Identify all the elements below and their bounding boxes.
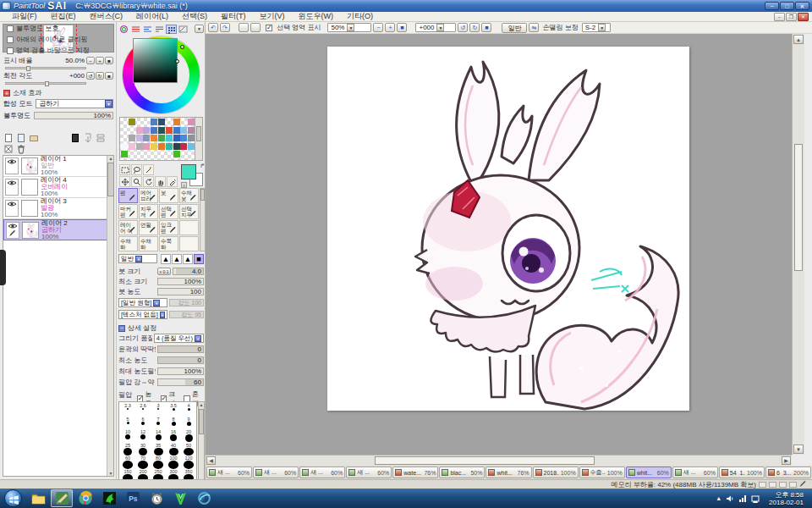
close-button[interactable]: ✕ <box>795 2 809 10</box>
brush-texture-select[interactable]: [텍스처 없음]▼ <box>118 310 167 319</box>
size-preset[interactable]: 120 <box>181 456 196 469</box>
hand-tool[interactable] <box>155 176 166 187</box>
opacity-slider[interactable]: 100% <box>34 112 113 119</box>
stabilizer-select[interactable]: S-2▼ <box>582 23 611 32</box>
menu-item[interactable]: 필터(T) <box>214 11 253 22</box>
new-vector-layer-button[interactable] <box>16 133 27 143</box>
menu-item[interactable]: 기타(O) <box>340 11 380 22</box>
swatch[interactable] <box>180 143 187 150</box>
layer-list-scrollbar[interactable]: ▲▼ <box>107 156 113 476</box>
move-tool[interactable] <box>119 176 130 187</box>
brush-grid-scrollbar[interactable] <box>200 188 206 251</box>
document-tab[interactable]: wate... 76% <box>392 467 438 478</box>
swatch[interactable] <box>180 135 187 141</box>
start-button[interactable] <box>4 489 22 507</box>
document-tab[interactable]: 새 ... 60% <box>253 467 299 478</box>
swatch[interactable] <box>151 127 157 134</box>
size-preset[interactable]: 35 <box>151 443 166 456</box>
swatch[interactable] <box>166 143 173 150</box>
minimize-button[interactable]: − <box>765 2 779 10</box>
layer-row[interactable]: 레이어 4 오버레이 100% <box>3 177 107 198</box>
primary-color[interactable] <box>181 164 196 179</box>
new-layer-button[interactable] <box>3 133 14 143</box>
swatch[interactable] <box>151 151 157 157</box>
brush-tool-cell[interactable]: 잉크펜 <box>159 220 178 235</box>
layer-visibility-toggle[interactable] <box>5 179 19 196</box>
brush-tip-shape[interactable]: ■ <box>194 254 204 264</box>
zoom-tool[interactable] <box>131 176 142 187</box>
taskbar-dragon-app[interactable] <box>98 489 120 507</box>
brush-tip-shape[interactable]: ▲ <box>183 254 193 264</box>
layer-option-checkbox[interactable]: 영역 검출 바탕으로 지정 <box>7 46 119 55</box>
swatch[interactable] <box>136 135 143 141</box>
layer-row[interactable]: 레이어 3 발광 100% <box>3 198 107 219</box>
swatch[interactable] <box>158 119 165 125</box>
swatch[interactable] <box>173 135 180 141</box>
layer-row[interactable]: 레이어 1 일반 100% <box>3 156 107 177</box>
color-wheel-tab[interactable] <box>118 25 129 34</box>
swatch[interactable] <box>180 119 187 125</box>
layer-option-checkbox[interactable]: 아래의 레이어로 클리핑 <box>7 35 119 44</box>
rotation-select[interactable]: +000▼ <box>415 23 456 32</box>
clear-layer-button[interactable] <box>3 144 14 154</box>
size-preset[interactable]: 3.5 <box>166 403 181 417</box>
size-preset[interactable]: 12 <box>135 429 151 443</box>
size-preset[interactable]: 16 <box>166 429 181 443</box>
zoom-in-button[interactable]: + <box>385 23 395 32</box>
size-preset[interactable]: 50 <box>181 443 196 456</box>
menu-item[interactable]: 캔버스(C) <box>83 11 130 22</box>
flip-horizontal-button[interactable]: ⇋ <box>529 23 539 32</box>
swatch[interactable] <box>121 135 128 141</box>
size-preset[interactable]: 40 <box>166 443 181 456</box>
swatch[interactable] <box>166 119 173 125</box>
document-tab[interactable]: 새 ... 60% <box>299 467 345 478</box>
size-multiplier-button[interactable]: x 0.1 <box>157 268 171 275</box>
swatch[interactable] <box>188 127 195 134</box>
menu-item[interactable]: 선택(S) <box>175 11 214 22</box>
nav-zoom-slider[interactable] <box>5 67 86 69</box>
size-preset[interactable]: 30 <box>135 443 151 456</box>
size-preset[interactable]: 70 <box>135 456 151 469</box>
layer-visibility-toggle[interactable] <box>6 222 19 239</box>
brush-tool-cell[interactable]: 수채화 <box>139 236 158 251</box>
swatch[interactable] <box>158 151 165 157</box>
swatch[interactable] <box>188 143 195 150</box>
layer-option-checkbox[interactable]: 불투명도 보호 <box>7 24 119 33</box>
document-tab[interactable]: 6_3... 200% <box>765 467 811 478</box>
saturation-value-square[interactable] <box>133 38 178 83</box>
brush-tool-cell[interactable]: 선택펜 <box>159 204 178 219</box>
size-preset[interactable]: 80 <box>151 456 166 469</box>
volume-icon[interactable] <box>726 494 734 503</box>
eyedropper-tool[interactable] <box>167 176 178 187</box>
brush-tool-cell[interactable] <box>179 220 199 235</box>
param-slider[interactable]: 0 <box>157 356 204 364</box>
swatch[interactable] <box>129 143 135 150</box>
document-tab[interactable]: 새 ... 60% <box>206 467 252 478</box>
document-tab[interactable]: 2018... 100% <box>533 467 579 478</box>
zoom-out-button[interactable]: − <box>373 23 383 32</box>
swatch[interactable] <box>173 151 180 157</box>
swatch[interactable] <box>121 151 128 157</box>
size-preset[interactable]: 8 <box>166 417 181 430</box>
hsv-sliders-tab[interactable] <box>142 25 153 34</box>
nav-rotate-cw-button[interactable]: ↻ <box>96 72 104 80</box>
nav-rotate-ccw-button[interactable]: ↺ <box>86 72 95 80</box>
brush-tip-shape[interactable]: ▲ <box>172 254 182 264</box>
swatch[interactable] <box>136 151 143 157</box>
blend-mode-select[interactable]: 곱하기▼ <box>36 99 113 108</box>
redo-button[interactable]: ↷ <box>220 23 230 32</box>
canvas-area[interactable] <box>206 34 792 455</box>
size-preset[interactable]: 60 <box>120 456 135 469</box>
show-selection-checkbox[interactable]: 선택 영역 표시 <box>266 23 322 32</box>
quality-select[interactable]: 4 (품질 우선)▼ <box>154 334 204 343</box>
size-preset[interactable]: 20 <box>181 429 196 443</box>
canvas-horizontal-scrollbar[interactable]: ◀ ▶ <box>206 455 792 466</box>
taskbar-sai[interactable] <box>51 489 73 507</box>
layer-visibility-toggle[interactable] <box>5 200 19 217</box>
invert-selection-button[interactable] <box>250 23 261 32</box>
nav-zoom-in-button[interactable]: + <box>96 57 104 64</box>
size-preset[interactable]: 2.6 <box>135 403 151 417</box>
brush-edge-select[interactable]: [일반 원형]▼ <box>118 298 167 307</box>
color-mode-icon[interactable]: x <box>181 182 187 188</box>
document-tab[interactable]: blac... 50% <box>439 467 485 478</box>
